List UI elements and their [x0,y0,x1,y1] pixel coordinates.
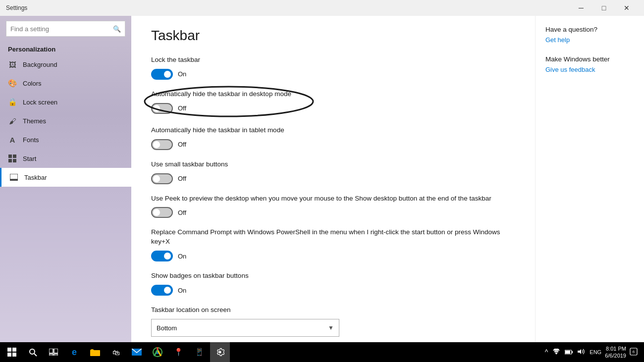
title-bar: Settings ─ □ ✕ [0,0,644,16]
setting-badges: Show badges on taskbar buttons On [151,271,515,296]
toggle-row: On [151,251,515,261]
sidebar-item-label: Start [23,155,36,162]
setting-label: Replace Command Prompt with Windows Powe… [151,228,515,247]
sidebar-item-label: Fonts [23,136,39,144]
svg-point-11 [30,349,35,354]
sidebar-item-label: Taskbar [24,174,47,181]
search-icon: 🔍 [113,25,121,33]
volume-icon[interactable] [576,348,586,356]
dropdown-arrow-icon: ▼ [328,324,334,331]
toggle-row: On [151,69,515,80]
location-dropdown[interactable]: Bottom ▼ [151,319,339,337]
sidebar-item-themes[interactable]: 🖌 Themes [0,111,131,130]
system-tray: ^ ENG 8:01 PM 6/6/2019 6 [543,345,642,360]
minimize-button[interactable]: ─ [570,0,592,16]
chrome-button[interactable] [148,342,167,362]
setting-powershell: Replace Command Prompt with Windows Powe… [151,228,515,261]
annotation-ellipse [142,84,321,119]
lock-taskbar-toggle[interactable] [151,69,173,80]
maps-button[interactable]: 📍 [168,342,188,362]
sidebar-item-fonts[interactable]: A Fonts [0,130,131,149]
setting-label: Use Peek to preview the desktop when you… [151,194,515,204]
colors-icon: 🎨 [8,79,17,88]
themes-icon: 🖌 [8,116,17,125]
toggle-row: Off [151,173,515,184]
search-input[interactable] [10,25,113,33]
svg-rect-7 [7,348,11,352]
main-content: Taskbar Lock the taskbar On Automaticall… [131,16,535,342]
right-panel: Have a question? Get help Make Windows b… [535,16,644,342]
sidebar: 🔍 Personalization 🖼 Background 🎨 Colors … [0,16,131,342]
sidebar-item-background[interactable]: 🖼 Background [0,55,131,74]
explorer-button[interactable] [85,342,105,362]
sidebar-item-colors[interactable]: 🎨 Colors [0,74,131,93]
task-view-button[interactable] [44,342,63,362]
edge-button[interactable]: e [64,342,84,362]
svg-rect-13 [49,349,53,353]
toggle-state: On [178,70,186,78]
settings-app-button[interactable] [210,342,230,362]
setting-location: Taskbar location on screen Bottom ▼ [151,306,515,337]
svg-rect-10 [12,353,16,357]
mail-button[interactable] [127,342,147,362]
svg-rect-0 [8,155,12,158]
maximize-button[interactable]: □ [592,0,615,16]
svg-rect-14 [54,349,58,353]
toggle-state: On [178,253,186,260]
start-button[interactable] [2,342,22,362]
setting-small-buttons: Use small taskbar buttons Off [151,160,515,184]
setting-auto-hide-desktop: Automatically hide the taskbar in deskto… [151,90,515,116]
location-label: Taskbar location on screen [151,306,515,315]
help-title: Have a question? [545,26,634,33]
get-help-link[interactable]: Get help [545,36,634,44]
network-icon[interactable] [551,348,561,356]
toggle-row: On [151,285,515,296]
page-title: Taskbar [151,28,515,44]
search-box[interactable]: 🔍 [6,21,125,37]
toggle-state: Off [178,209,186,216]
sidebar-item-lock-screen[interactable]: 🔒 Lock screen [0,93,131,111]
toggle-row: Off [151,139,515,150]
setting-lock-taskbar: Lock the taskbar On [151,55,515,80]
taskbar-icon [9,173,18,182]
svg-rect-26 [565,351,570,354]
sidebar-item-label: Colors [23,80,42,87]
toggle-state: Off [178,104,186,112]
toggle-state: Off [178,141,186,148]
close-button[interactable]: ✕ [615,0,638,16]
svg-rect-18 [90,350,94,352]
setting-label: Use small taskbar buttons [151,160,515,169]
app-body: 🔍 Personalization 🖼 Background 🎨 Colors … [0,16,644,342]
auto-hide-desktop-toggle[interactable] [151,103,173,114]
setting-label: Automatically hide the taskbar in deskto… [151,90,291,99]
fonts-icon: A [8,135,17,144]
svg-marker-28 [578,349,581,354]
chevron-up-icon[interactable]: ^ [543,348,550,356]
svg-rect-8 [12,348,16,352]
sidebar-item-label: Themes [23,117,46,125]
svg-rect-27 [572,351,573,353]
toggle-state: On [178,287,186,294]
lock-screen-icon: 🔒 [8,98,17,106]
phone-button[interactable]: 📱 [189,342,209,362]
badges-toggle[interactable] [151,285,173,296]
sidebar-item-label: Lock screen [23,99,57,106]
location-value: Bottom [157,324,177,332]
powershell-toggle[interactable] [151,251,173,261]
auto-hide-tablet-toggle[interactable] [151,139,173,150]
peek-toggle[interactable] [151,207,173,218]
toggle-state: Off [178,175,186,182]
sidebar-item-taskbar[interactable]: Taskbar [0,168,131,187]
feedback-section: Make Windows better Give us feedback [545,55,634,73]
store-button[interactable]: 🛍 [106,342,126,362]
toggle-row: Off [151,103,291,114]
language-indicator[interactable]: ENG [588,349,603,355]
battery-icon[interactable] [563,348,574,356]
system-clock[interactable]: 8:01 PM 6/6/2019 [605,345,626,360]
search-button[interactable] [23,342,43,362]
small-buttons-toggle[interactable] [151,173,173,184]
sidebar-item-start[interactable]: Start [0,149,131,168]
svg-rect-16 [54,354,58,356]
notification-icon[interactable]: 6 [628,348,639,357]
feedback-link[interactable]: Give us feedback [545,66,634,73]
